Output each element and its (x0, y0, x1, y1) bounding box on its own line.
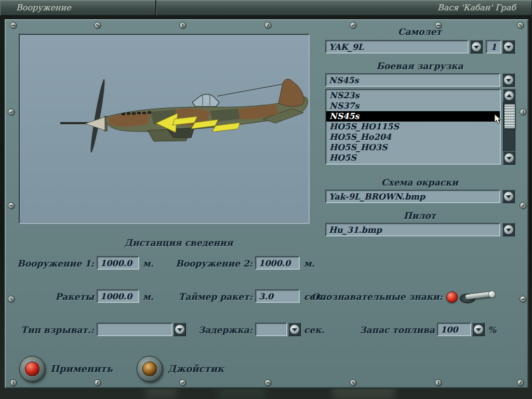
fuel-field[interactable]: 100 (437, 323, 471, 336)
loadout-option[interactable]: HO5S_HO3S (326, 142, 500, 153)
paint-dropdown-arrow-icon[interactable] (502, 190, 515, 203)
aircraft-preview (19, 34, 310, 224)
joystick-button[interactable] (137, 356, 163, 382)
tab-armament-label: Вооружение (16, 3, 71, 12)
loadout-option[interactable]: HO5S (326, 153, 500, 163)
screw-icon (435, 22, 442, 29)
aircraft-select[interactable]: YAK_9L (325, 40, 469, 54)
paint-section-label: Схема окраски (325, 177, 514, 188)
loadout-scrollbar[interactable] (503, 89, 515, 165)
rocket-timer-field[interactable]: 3.0 (255, 289, 300, 303)
screw-icon (264, 22, 271, 29)
weapon1-unit: м. (143, 258, 154, 269)
screw-icon (517, 22, 524, 29)
toggle-lever-icon[interactable] (465, 291, 496, 300)
screw-icon (264, 379, 271, 386)
screw-icon (10, 379, 17, 386)
main-panel: Самолет YAK_9L 1 Боевая загрузка NS45s N… (4, 19, 529, 389)
screw-icon (94, 379, 101, 386)
joystick-label: Джойстик (168, 363, 224, 374)
scroll-up-icon[interactable] (503, 89, 515, 102)
aircraft-dropdown-arrow-icon[interactable] (470, 40, 483, 54)
scrollbar-handle[interactable] (504, 104, 515, 129)
loadout-option-selected[interactable]: NS45s (326, 111, 500, 122)
rockets-field[interactable]: 1000.0 (97, 289, 139, 303)
convergence-title: Дистанция сведения (80, 237, 277, 248)
tab-armament: Вооружение (0, 0, 156, 16)
red-lamp-icon (446, 291, 458, 303)
fuse-select[interactable] (97, 323, 172, 336)
weapon1-field[interactable]: 1000.0 (97, 256, 139, 270)
rocket-timer-label: Таймер ракет: (174, 291, 252, 302)
screw-icon (350, 379, 356, 386)
screw-icon (179, 379, 186, 386)
screw-icon (8, 109, 15, 115)
fuse-dropdown-arrow-icon[interactable] (174, 323, 186, 336)
loadout-option[interactable]: HO5S_Ho204 (326, 132, 500, 142)
markings-switch (445, 285, 508, 308)
pilot-dropdown-arrow-icon[interactable] (502, 223, 515, 236)
scroll-down-icon[interactable] (503, 151, 515, 165)
weapon2-field[interactable]: 1000.0 (255, 256, 300, 270)
player-name-bar: Вася 'Кабан' Граб (156, 0, 532, 16)
delay-unit: сек. (304, 325, 324, 335)
fuel-label: Запас топлива (337, 325, 435, 335)
delay-label: Задержка: (189, 325, 252, 335)
rockets-unit: м. (143, 291, 154, 302)
markings-label: Опознавательные знаки: (309, 291, 443, 302)
aircraft-image (20, 35, 309, 223)
aircraft-count-arrow-icon[interactable] (502, 40, 515, 54)
loadout-option[interactable]: NS37s (326, 101, 500, 111)
apply-label: Применить (50, 363, 113, 374)
screw-icon (10, 22, 17, 29)
apply-button[interactable] (19, 356, 45, 382)
loadout-option[interactable]: NS23s (326, 90, 500, 101)
screw-icon (435, 379, 442, 386)
delay-arrow-icon[interactable] (288, 323, 301, 336)
mouse-cursor (494, 114, 502, 125)
armament-screen: Вооружение Вася 'Кабан' Граб (0, 0, 532, 399)
apply-button-lamp-icon (25, 362, 39, 376)
rockets-label: Ракеты (15, 291, 94, 302)
weapon2-unit: м. (304, 258, 315, 269)
delay-field[interactable] (255, 323, 287, 336)
weapon2-label: Вооружение 2: (174, 258, 252, 269)
loadout-select[interactable]: NS45s (325, 73, 500, 87)
fuse-label: Тип взрыват.: (15, 325, 94, 335)
screw-icon (520, 296, 526, 302)
pilot-section-label: Пилот (325, 210, 514, 221)
screw-icon (94, 22, 101, 29)
paint-select[interactable]: Yak-9L_BROWN.bmp (325, 190, 500, 203)
loadout-dropdown-arrow-icon[interactable] (502, 73, 515, 87)
screw-icon (8, 202, 15, 209)
weapon1-label: Вооружение 1: (15, 258, 94, 269)
screw-icon (8, 296, 15, 302)
screw-icon (520, 202, 526, 209)
loadout-option[interactable]: HO5S_HO115S (326, 122, 500, 132)
fuel-unit: % (488, 325, 496, 335)
joystick-button-lamp-icon (142, 362, 157, 376)
loadout-section-label: Боевая загрузка (325, 61, 514, 71)
fuel-arrow-icon[interactable] (472, 323, 485, 336)
aircraft-count-field[interactable]: 1 (486, 40, 501, 54)
screw-icon (350, 22, 356, 29)
pilot-select[interactable]: Hu_31.bmp (325, 223, 500, 236)
loadout-list: NS23s NS37s NS45s HO5S_HO115S HO5S_Ho204… (325, 89, 501, 165)
player-name: Вася 'Кабан' Граб (437, 3, 516, 12)
screw-icon (520, 109, 526, 115)
screw-icon (179, 22, 186, 29)
screw-icon (517, 379, 524, 386)
